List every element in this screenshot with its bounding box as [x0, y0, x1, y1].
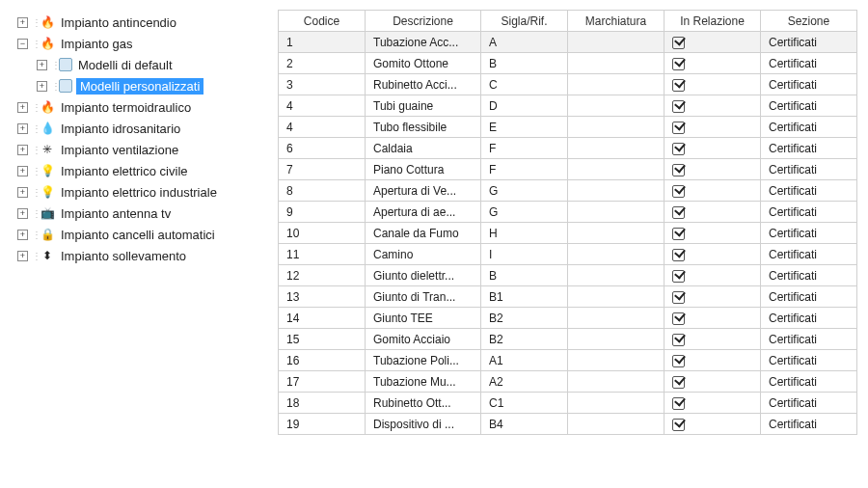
cell-codice[interactable]: 17	[279, 371, 366, 393]
cell-marchiatura[interactable]	[568, 371, 665, 393]
cell-codice[interactable]: 1	[279, 32, 366, 53]
tree-item-label[interactable]: Impianto idrosanitario	[59, 122, 182, 136]
table-row[interactable]: 11CaminoICertificati	[279, 244, 857, 265]
cell-marchiatura[interactable]	[568, 117, 665, 138]
cell-descrizione[interactable]: Giunto TEE	[366, 308, 481, 329]
cell-sezione[interactable]: Certificati	[761, 32, 857, 53]
cell-relazione[interactable]	[665, 95, 761, 117]
checkbox-icon[interactable]	[672, 291, 685, 304]
col-header-sezione[interactable]: Sezione	[761, 11, 857, 32]
expand-icon[interactable]: +	[17, 208, 28, 219]
table-row[interactable]: 10Canale da FumoHCertificati	[279, 223, 857, 244]
col-header-relazione[interactable]: In Relazione	[665, 11, 761, 32]
cell-relazione[interactable]	[665, 32, 761, 53]
cell-relazione[interactable]	[665, 286, 761, 308]
expand-icon[interactable]: +	[17, 17, 28, 28]
cell-marchiatura[interactable]	[568, 244, 665, 265]
checkbox-icon[interactable]	[672, 79, 685, 92]
cell-marchiatura[interactable]	[568, 350, 665, 371]
table-row[interactable]: 4Tubo flessibileECertificati	[279, 117, 857, 138]
cell-marchiatura[interactable]	[568, 74, 665, 95]
checkbox-icon[interactable]	[672, 249, 685, 261]
cell-marchiatura[interactable]	[568, 180, 665, 202]
tree-item[interactable]: +⋮🔥Impianto termoidraulico	[17, 96, 268, 118]
cell-descrizione[interactable]: Piano Cottura	[366, 159, 481, 180]
cell-sezione[interactable]: Certificati	[761, 329, 857, 350]
cell-sigla[interactable]: B1	[481, 286, 568, 308]
checkbox-icon[interactable]	[672, 37, 685, 49]
cell-codice[interactable]: 12	[279, 265, 366, 286]
cell-sezione[interactable]: Certificati	[761, 180, 857, 202]
col-header-descrizione[interactable]: Descrizione	[366, 11, 481, 32]
cell-relazione[interactable]	[665, 244, 761, 265]
table-row[interactable]: 2Gomito OttoneBCertificati	[279, 53, 857, 74]
table-row[interactable]: 4Tubi guaineDCertificati	[279, 95, 857, 117]
cell-sezione[interactable]: Certificati	[761, 95, 857, 117]
cell-descrizione[interactable]: Giunto di Tran...	[366, 286, 481, 308]
cell-sezione[interactable]: Certificati	[761, 138, 857, 159]
cell-sigla[interactable]: B2	[481, 329, 568, 350]
expand-icon[interactable]: +	[17, 102, 28, 113]
cell-relazione[interactable]	[665, 53, 761, 74]
cell-sigla[interactable]: F	[481, 159, 568, 180]
cell-descrizione[interactable]: Tubi guaine	[366, 95, 481, 117]
tree-item[interactable]: +⋮💧Impianto idrosanitario	[17, 118, 268, 139]
cell-marchiatura[interactable]	[568, 286, 665, 308]
cell-sigla[interactable]: B2	[481, 308, 568, 329]
cell-descrizione[interactable]: Giunto dielettr...	[366, 265, 481, 286]
cell-codice[interactable]: 18	[279, 393, 366, 414]
cell-sezione[interactable]: Certificati	[761, 371, 857, 393]
cell-sigla[interactable]: B	[481, 265, 568, 286]
cell-relazione[interactable]	[665, 414, 761, 435]
col-header-codice[interactable]: Codice	[279, 11, 366, 32]
cell-sigla[interactable]: H	[481, 223, 568, 244]
cell-relazione[interactable]	[665, 223, 761, 244]
expand-icon[interactable]: +	[17, 145, 28, 155]
table-row[interactable]: 16Tubazione Poli...A1Certificati	[279, 350, 857, 371]
cell-codice[interactable]: 8	[279, 180, 366, 202]
checkbox-icon[interactable]	[672, 122, 685, 134]
cell-sezione[interactable]: Certificati	[761, 265, 857, 286]
cell-descrizione[interactable]: Apertura di ae...	[366, 202, 481, 223]
cell-relazione[interactable]	[665, 350, 761, 371]
cell-sezione[interactable]: Certificati	[761, 286, 857, 308]
expand-icon[interactable]: +	[17, 230, 28, 240]
tree-item-label[interactable]: Impianto antenna tv	[59, 206, 173, 221]
cell-sezione[interactable]: Certificati	[761, 414, 857, 435]
tree-item-label[interactable]: Impianto cancelli automatici	[59, 228, 217, 242]
table-row[interactable]: 12Giunto dielettr...BCertificati	[279, 265, 857, 286]
tree-item-label[interactable]: Modelli di default	[76, 58, 175, 72]
cell-relazione[interactable]	[665, 393, 761, 414]
cell-sezione[interactable]: Certificati	[761, 223, 857, 244]
cell-sezione[interactable]: Certificati	[761, 350, 857, 371]
tree-item[interactable]: +⋮Modelli personalizzati	[17, 75, 268, 96]
checkbox-icon[interactable]	[672, 312, 685, 325]
cell-descrizione[interactable]: Camino	[366, 244, 481, 265]
cell-marchiatura[interactable]	[568, 265, 665, 286]
tree-item[interactable]: +⋮🔥Impianto antincendio	[17, 12, 268, 33]
cell-relazione[interactable]	[665, 74, 761, 95]
table-row[interactable]: 9Apertura di ae...GCertificati	[279, 202, 857, 223]
cell-codice[interactable]: 14	[279, 308, 366, 329]
table-row[interactable]: 18Rubinetto Ott...C1Certificati	[279, 393, 857, 414]
cell-sezione[interactable]: Certificati	[761, 244, 857, 265]
tree-item-label[interactable]: Impianto sollevamento	[59, 249, 188, 263]
cell-codice[interactable]: 7	[279, 159, 366, 180]
checkbox-icon[interactable]	[672, 100, 685, 113]
cell-codice[interactable]: 4	[279, 117, 366, 138]
cell-marchiatura[interactable]	[568, 393, 665, 414]
cell-descrizione[interactable]: Dispositivo di ...	[366, 414, 481, 435]
cell-relazione[interactable]	[665, 371, 761, 393]
collapse-icon[interactable]: −	[17, 39, 28, 49]
table-row[interactable]: 3Rubinetto Acci...CCertificati	[279, 74, 857, 95]
tree-item-label[interactable]: Impianto termoidraulico	[59, 100, 193, 115]
tree-item[interactable]: +⋮⬍Impianto sollevamento	[17, 245, 268, 266]
cell-relazione[interactable]	[665, 180, 761, 202]
table-row[interactable]: 1Tubazione Acc...ACertificati	[279, 32, 857, 53]
tree-item-label[interactable]: Impianto elettrico industriale	[59, 185, 219, 200]
cell-sigla[interactable]: F	[481, 138, 568, 159]
cell-descrizione[interactable]: Tubazione Mu...	[366, 371, 481, 393]
checkbox-icon[interactable]	[672, 164, 685, 176]
table-row[interactable]: 15Gomito AcciaioB2Certificati	[279, 329, 857, 350]
checkbox-icon[interactable]	[672, 334, 685, 346]
